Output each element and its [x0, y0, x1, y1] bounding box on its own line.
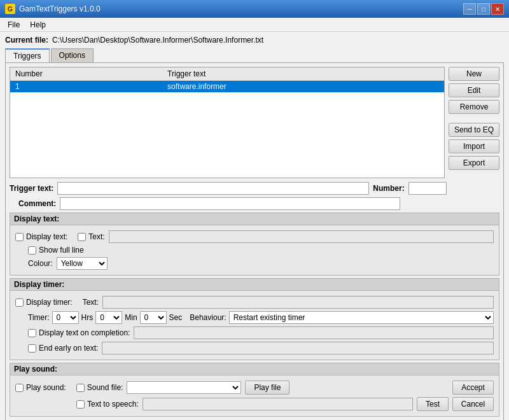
col-number: Number	[10, 67, 162, 81]
col-trigger-text: Trigger text	[162, 67, 444, 81]
test-button[interactable]: Test	[417, 397, 449, 411]
current-file-path: C:\Users\Dan\Desktop\Software.Informer\S…	[52, 36, 263, 45]
min-unit: Min	[125, 313, 137, 322]
colour-select[interactable]: YellowWhiteRedGreenBlueCyanMagenta	[57, 257, 108, 270]
remove-button[interactable]: Remove	[449, 100, 499, 114]
table-row[interactable]: 1software.informer	[10, 81, 444, 93]
title-bar-text: GamTextTriggers v1.0.0	[19, 4, 459, 13]
display-text-check-label[interactable]: Display text:	[15, 232, 67, 241]
display-timer-row: Display timer: Text:	[15, 296, 494, 309]
comment-input[interactable]	[60, 197, 400, 210]
text-checkbox[interactable]	[78, 233, 86, 241]
text-to-speech-checkbox[interactable]	[76, 400, 85, 409]
timer-time-row: Timer: 0123456789 Hrs 051015202530354045…	[15, 311, 494, 324]
display-timer-check-label[interactable]: Display timer:	[15, 298, 73, 307]
menu-file[interactable]: File	[3, 19, 25, 31]
timer-text-label: Text:	[83, 298, 99, 307]
current-file-label: Current file:	[5, 36, 48, 45]
play-sound-header: Play sound:	[10, 363, 499, 375]
display-timer-checkbox[interactable]	[15, 298, 24, 307]
min-select[interactable]: 0510152025303540455055	[95, 311, 122, 324]
trigger-text-input[interactable]	[57, 182, 369, 195]
sound-file-row: Play sound: Sound file: Play file Accept	[15, 381, 494, 395]
end-early-row: End early on text:	[15, 342, 494, 354]
display-text-completion-checkbox[interactable]	[28, 329, 36, 337]
display-text-row: Display text: Text:	[15, 230, 494, 243]
comment-row: Comment:	[10, 197, 499, 210]
sound-file-check-label[interactable]: Sound file:	[76, 383, 123, 392]
text-check-label[interactable]: Text:	[78, 232, 104, 241]
display-timer-body: Display timer: Text: Timer: 0123456789 H…	[10, 291, 499, 360]
main-window: Current file: C:\Users\Dan\Desktop\Softw…	[0, 32, 509, 420]
trigger-text-label: Trigger text:	[10, 184, 53, 193]
title-bar: G GamTextTriggers v1.0.0 ─ □ ✕	[0, 0, 509, 18]
import-button[interactable]: Import	[449, 139, 499, 153]
display-text-header: Display text:	[10, 213, 499, 225]
send-to-eq-button[interactable]: Send to EQ	[449, 123, 499, 137]
timer-label: Timer:	[28, 313, 50, 322]
display-text-checkbox[interactable]	[15, 233, 24, 241]
display-text-body: Display text: Text: Show full line Colou…	[10, 225, 499, 276]
behaviour-label: Behaviour:	[190, 313, 226, 322]
tab-triggers[interactable]: Triggers	[5, 48, 50, 62]
sound-file-checkbox[interactable]	[76, 384, 85, 392]
play-sound-check-label[interactable]: Play sound:	[15, 383, 66, 392]
colour-row: Colour: YellowWhiteRedGreenBlueCyanMagen…	[15, 257, 494, 270]
sec-select[interactable]: 0510152025303540455055	[140, 311, 167, 324]
end-early-check-label[interactable]: End early on text:	[28, 344, 98, 353]
triggers-list-area[interactable]: Number Trigger text 1software.informer	[10, 67, 445, 178]
text-to-speech-check-label[interactable]: Text to speech:	[76, 400, 139, 409]
cancel-button[interactable]: Cancel	[452, 397, 494, 411]
tabs: Triggers Options	[5, 48, 504, 62]
menu-bar: File Help	[0, 18, 509, 32]
display-text-completion-check-label[interactable]: Display text on completion:	[28, 328, 130, 337]
app-icon: G	[5, 4, 15, 14]
show-full-line-checkbox[interactable]	[28, 246, 36, 255]
show-full-line-row: Show full line	[15, 246, 494, 255]
current-file-bar: Current file: C:\Users\Dan\Desktop\Softw…	[5, 36, 504, 45]
sec-unit: Sec	[169, 313, 183, 322]
timer-text-input[interactable]	[102, 296, 494, 309]
display-timer-header: Display timer:	[10, 278, 499, 291]
hrs-select[interactable]: 0123456789	[52, 311, 79, 324]
title-bar-buttons: ─ □ ✕	[463, 3, 504, 15]
number-label: Number:	[373, 184, 404, 193]
hrs-unit: Hrs	[81, 313, 94, 322]
display-text-input[interactable]	[109, 230, 494, 243]
content-area: Number Trigger text 1software.informer N…	[5, 62, 504, 420]
accept-button[interactable]: Accept	[452, 381, 494, 395]
minimize-button[interactable]: ─	[463, 3, 476, 15]
play-sound-checkbox[interactable]	[15, 384, 24, 392]
text-to-speech-row: spacer Text to speech: Test Cancel	[15, 397, 494, 411]
display-text-completion-input[interactable]	[134, 326, 494, 339]
play-sound-body: Play sound: Sound file: Play file Accept…	[10, 375, 499, 417]
triggers-table: Number Trigger text 1software.informer	[10, 67, 444, 92]
menu-help[interactable]: Help	[25, 19, 51, 31]
trigger-text-row: Trigger text: Number:	[10, 182, 499, 195]
number-input[interactable]	[408, 182, 447, 195]
end-early-checkbox[interactable]	[28, 344, 36, 353]
new-button[interactable]: New	[449, 67, 499, 81]
sound-file-select[interactable]	[127, 381, 241, 394]
play-file-button[interactable]: Play file	[245, 381, 289, 395]
text-to-speech-input[interactable]	[143, 398, 413, 410]
behaviour-select[interactable]: Restart existing timerKeep existing time…	[229, 311, 494, 324]
close-button[interactable]: ✕	[491, 3, 504, 15]
edit-button[interactable]: Edit	[449, 83, 499, 97]
colour-label: Colour:	[28, 259, 53, 268]
display-text-completion-row: Display text on completion:	[15, 326, 494, 339]
show-full-line-check-label[interactable]: Show full line	[28, 246, 84, 255]
tab-options[interactable]: Options	[51, 48, 94, 62]
triggers-buttons: New Edit Remove Send to EQ Import Export	[449, 67, 499, 178]
comment-label: Comment:	[10, 199, 56, 208]
maximize-button[interactable]: □	[477, 3, 490, 15]
export-button[interactable]: Export	[449, 156, 499, 170]
triggers-container: Number Trigger text 1software.informer N…	[10, 67, 499, 178]
end-early-input[interactable]	[102, 342, 494, 354]
